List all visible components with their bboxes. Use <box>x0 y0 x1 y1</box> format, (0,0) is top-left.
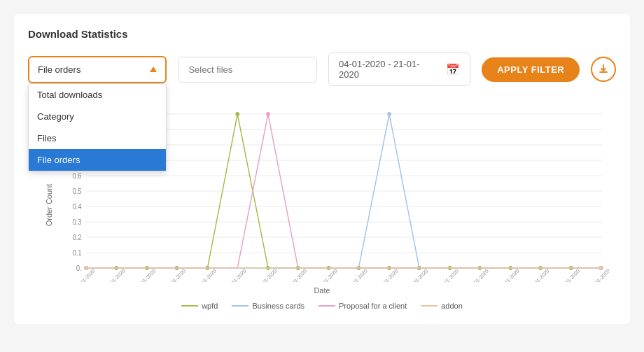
legend-label-wpfd: wpfd <box>202 302 218 310</box>
svg-text:18-01-2020: 18-01-2020 <box>498 267 521 282</box>
download-icon-button[interactable] <box>591 57 616 82</box>
dropdown-selected-label: File orders <box>38 64 80 75</box>
svg-point-45 <box>235 112 239 116</box>
dropdown-item-total[interactable]: Total downloads <box>29 84 166 106</box>
svg-text:0.2: 0.2 <box>72 234 81 241</box>
svg-text:09-01-2020: 09-01-2020 <box>225 267 248 282</box>
legend-color-business-cards <box>232 305 248 307</box>
svg-text:06-01-2020: 06-01-2020 <box>134 267 157 282</box>
legend-label-business-cards: Business cards <box>252 302 304 310</box>
legend-label-addon: addon <box>441 302 463 310</box>
svg-text:0.: 0. <box>76 265 82 272</box>
legend-item-addon: addon <box>421 302 463 310</box>
svg-text:0.4: 0.4 <box>72 203 82 211</box>
svg-text:15-01-2020: 15-01-2020 <box>407 267 429 282</box>
legend-item-wpfd: wpfd <box>181 302 218 310</box>
svg-text:20-01-2020: 20-01-2020 <box>559 267 581 282</box>
svg-text:0.1: 0.1 <box>72 249 81 257</box>
svg-text:14-01-2020: 14-01-2020 <box>377 267 399 282</box>
x-axis-label: Date <box>28 286 616 295</box>
dropdown-button[interactable]: File orders <box>28 56 167 83</box>
svg-text:13-01-2020: 13-01-2020 <box>346 267 369 282</box>
svg-text:21-01-2020: 21-01-2020 <box>589 267 609 282</box>
legend-item-proposal: Proposal for a client <box>318 302 407 310</box>
svg-point-62 <box>387 112 391 116</box>
calendar-icon[interactable]: 📅 <box>446 63 460 76</box>
y-axis-label: Order Count <box>45 184 53 227</box>
date-range-display: 04-01-2020 - 21-01-2020 📅 <box>328 52 470 86</box>
date-range-text: 04-01-2020 - 21-01-2020 <box>339 59 439 80</box>
svg-text:07-01-2020: 07-01-2020 <box>164 267 187 282</box>
select-files-input[interactable] <box>178 57 317 83</box>
svg-point-64 <box>84 266 88 270</box>
dropdown-arrow-icon <box>150 66 157 72</box>
svg-text:10-01-2020: 10-01-2020 <box>255 267 278 282</box>
svg-text:12-01-2020: 12-01-2020 <box>316 267 339 282</box>
svg-text:16-01-2020: 16-01-2020 <box>438 267 460 282</box>
dropdown-item-fileorders[interactable]: File orders <box>29 149 166 171</box>
page-container: Download Statistics File orders Total do… <box>14 14 630 324</box>
dropdown-menu: Total downloads Category Files File orde… <box>28 83 167 171</box>
svg-text:05-01-2020: 05-01-2020 <box>104 267 126 282</box>
svg-text:0.5: 0.5 <box>72 188 82 195</box>
download-icon <box>598 64 609 75</box>
svg-text:19-01-2020: 19-01-2020 <box>528 267 550 282</box>
legend-item-business-cards: Business cards <box>232 302 304 310</box>
legend-color-addon <box>421 305 438 307</box>
legend-color-wpfd <box>181 305 198 307</box>
dropdown-item-category[interactable]: Category <box>29 106 166 127</box>
legend-color-proposal <box>318 305 335 307</box>
dropdown-item-files[interactable]: Files <box>29 127 166 149</box>
svg-text:0.6: 0.6 <box>72 172 81 180</box>
svg-point-59 <box>266 112 270 116</box>
svg-text:17-01-2020: 17-01-2020 <box>468 267 490 282</box>
svg-point-65 <box>599 266 603 270</box>
svg-text:0.3: 0.3 <box>72 218 81 226</box>
svg-text:08-01-2020: 08-01-2020 <box>195 267 218 282</box>
chart-legend: wpfd Business cards Proposal for a clien… <box>28 302 616 310</box>
controls-row: File orders Total downloads Category Fil… <box>28 52 616 86</box>
page-title: Download Statistics <box>28 28 616 40</box>
legend-label-proposal: Proposal for a client <box>339 302 407 310</box>
svg-text:11-01-2020: 11-01-2020 <box>286 267 308 282</box>
dropdown-wrapper: File orders Total downloads Category Fil… <box>28 56 167 83</box>
apply-filter-button[interactable]: APPLY FILTER <box>482 57 580 82</box>
